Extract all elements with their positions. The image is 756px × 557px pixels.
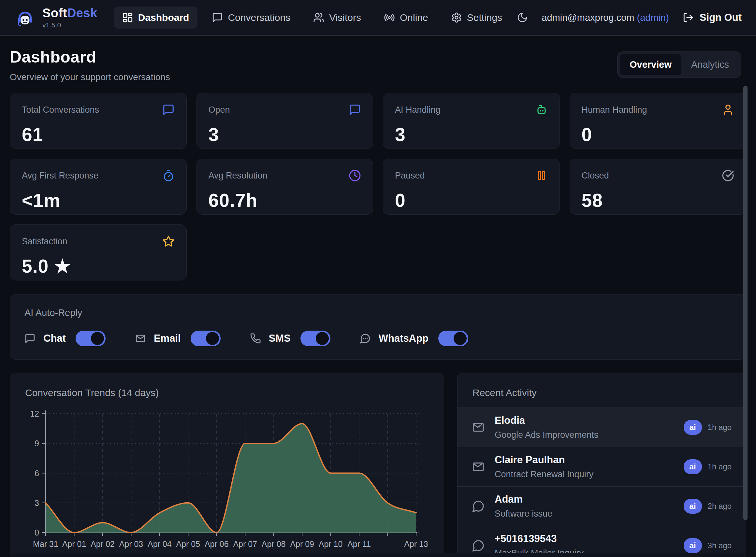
top-navbar: SoftDesk v1.5.0 Dashboard Conversations … bbox=[0, 0, 756, 36]
stat-label: Avg Resolution bbox=[208, 171, 268, 181]
activity-item-1[interactable]: Elodia Google Ads Improvements ai 1h ago bbox=[457, 408, 746, 447]
timer-icon bbox=[162, 169, 175, 182]
channel-email: Email bbox=[135, 331, 221, 346]
whatsapp-toggle[interactable] bbox=[438, 331, 468, 346]
activity-time: 1h ago bbox=[708, 423, 732, 432]
nav-label-online: Online bbox=[400, 12, 428, 23]
ai-auto-reply-title: AI Auto-Reply bbox=[24, 307, 732, 318]
activity-subject: Contract Renewal Inquiry bbox=[495, 469, 684, 479]
ai-badge: ai bbox=[684, 459, 702, 474]
tab-overview[interactable]: Overview bbox=[620, 54, 681, 75]
dashboard-grid-icon bbox=[122, 12, 133, 23]
stat-value: 3 bbox=[395, 124, 548, 145]
activity-time: 3h ago bbox=[708, 541, 732, 550]
svg-text:Apr 07: Apr 07 bbox=[233, 539, 257, 549]
brand: SoftDesk v1.5.0 bbox=[15, 7, 97, 28]
svg-text:0: 0 bbox=[34, 528, 39, 537]
nav-label-settings: Settings bbox=[467, 12, 502, 23]
ai-badge: ai bbox=[684, 538, 702, 553]
stat-label: Paused bbox=[395, 171, 425, 181]
stat-card-human-handling: Human Handling 0 bbox=[569, 93, 747, 149]
svg-text:Apr 05: Apr 05 bbox=[176, 539, 200, 549]
nav-item-dashboard[interactable]: Dashboard bbox=[114, 6, 198, 29]
message-square-icon bbox=[162, 104, 175, 116]
toggle-knob bbox=[316, 332, 329, 345]
stat-card-open: Open 3 bbox=[196, 93, 373, 149]
chart-title: Conversation Trends (14 days) bbox=[25, 387, 429, 399]
app-version: v1.5.0 bbox=[43, 22, 97, 28]
sms-toggle[interactable] bbox=[301, 331, 330, 346]
account-role: (admin) bbox=[637, 12, 669, 23]
stat-label: Human Handling bbox=[582, 105, 647, 115]
pause-icon bbox=[535, 169, 548, 182]
nav-item-online[interactable]: Online bbox=[375, 6, 437, 29]
envelope-icon bbox=[135, 333, 146, 344]
svg-text:Apr 11: Apr 11 bbox=[347, 539, 371, 549]
svg-text:Apr 03: Apr 03 bbox=[119, 539, 143, 549]
stat-label: AI Handling bbox=[395, 105, 441, 115]
activity-name: Claire Paulhan bbox=[495, 454, 684, 466]
message-square-icon bbox=[349, 104, 361, 116]
svg-text:Apr 01: Apr 01 bbox=[62, 539, 86, 549]
svg-text:12: 12 bbox=[30, 409, 39, 418]
svg-text:6: 6 bbox=[34, 469, 39, 478]
stat-card-paused: Paused 0 bbox=[383, 158, 560, 215]
activity-time: 2h ago bbox=[708, 502, 732, 511]
activity-name: Elodia bbox=[495, 415, 684, 427]
activity-subject: Google Ads Improvements bbox=[495, 430, 684, 440]
nav-item-settings[interactable]: Settings bbox=[443, 6, 511, 29]
stat-value: 0 bbox=[395, 189, 548, 211]
star-icon bbox=[162, 235, 175, 247]
log-out-icon bbox=[683, 12, 694, 23]
gear-icon bbox=[451, 12, 462, 23]
nav-label-visitors: Visitors bbox=[329, 12, 361, 23]
activity-item-3[interactable]: Adam Software issue ai 2h ago bbox=[457, 486, 746, 526]
sign-out-button[interactable]: Sign Out bbox=[683, 12, 741, 24]
stat-value: 61 bbox=[22, 124, 175, 145]
nav-label-conversations: Conversations bbox=[228, 12, 290, 23]
stat-label: Avg First Response bbox=[22, 171, 99, 181]
next-section-peek bbox=[10, 553, 746, 557]
whatsapp-chat-icon bbox=[360, 333, 371, 344]
stat-value: 60.7h bbox=[208, 189, 361, 211]
envelope-icon bbox=[472, 421, 485, 434]
stat-card-avg-resolution: Avg Resolution 60.7h bbox=[196, 158, 373, 215]
recent-activity-title: Recent Activity bbox=[457, 373, 746, 408]
chat-toggle[interactable] bbox=[76, 331, 106, 346]
chat-bubble-icon bbox=[472, 539, 485, 552]
recent-activity-panel: Recent Activity Elodia Google Ads Improv… bbox=[457, 373, 746, 557]
stat-value: 58 bbox=[582, 189, 734, 211]
activity-name: +5016139543 bbox=[495, 533, 684, 545]
main-nav: Dashboard Conversations Visitors Online … bbox=[114, 6, 511, 29]
users-icon bbox=[313, 12, 324, 23]
email-toggle[interactable] bbox=[191, 331, 221, 346]
activity-item-4[interactable]: +5016139543 MaxBulk Mailer Inquiry ai 3h… bbox=[457, 526, 746, 557]
svg-text:3: 3 bbox=[34, 498, 39, 507]
moon-icon[interactable] bbox=[517, 12, 528, 23]
stat-card-satisfaction: Satisfaction 5.0 ★ bbox=[10, 225, 187, 281]
nav-label-dashboard: Dashboard bbox=[138, 12, 189, 23]
stat-label: Closed bbox=[582, 171, 609, 181]
channel-sms: SMS bbox=[250, 331, 330, 346]
person-icon bbox=[722, 104, 734, 116]
channel-chat: Chat bbox=[24, 331, 106, 346]
account-email: admin@maxprog.com (admin) bbox=[541, 12, 669, 23]
svg-text:Apr 08: Apr 08 bbox=[262, 539, 286, 549]
tab-analytics[interactable]: Analytics bbox=[681, 54, 739, 75]
app-name: SoftDesk bbox=[43, 7, 97, 19]
header-right: admin@maxprog.com (admin) Sign Out bbox=[517, 12, 741, 24]
stat-card-ai-handling: AI Handling 3 bbox=[383, 93, 560, 149]
activity-name: Adam bbox=[495, 494, 684, 505]
nav-item-conversations[interactable]: Conversations bbox=[203, 6, 299, 29]
activity-item-2[interactable]: Claire Paulhan Contract Renewal Inquiry … bbox=[457, 447, 746, 486]
view-switcher: Overview Analytics bbox=[617, 52, 741, 78]
svg-text:9: 9 bbox=[34, 439, 39, 448]
stat-card-closed: Closed 58 bbox=[569, 158, 747, 215]
channel-label-sms: SMS bbox=[269, 332, 291, 344]
svg-text:Apr 06: Apr 06 bbox=[205, 539, 229, 549]
svg-text:Apr 13: Apr 13 bbox=[404, 539, 427, 549]
stat-label: Satisfaction bbox=[22, 236, 67, 246]
envelope-icon bbox=[472, 460, 485, 473]
nav-item-visitors[interactable]: Visitors bbox=[305, 6, 369, 29]
page-scrollbar[interactable] bbox=[743, 86, 748, 520]
